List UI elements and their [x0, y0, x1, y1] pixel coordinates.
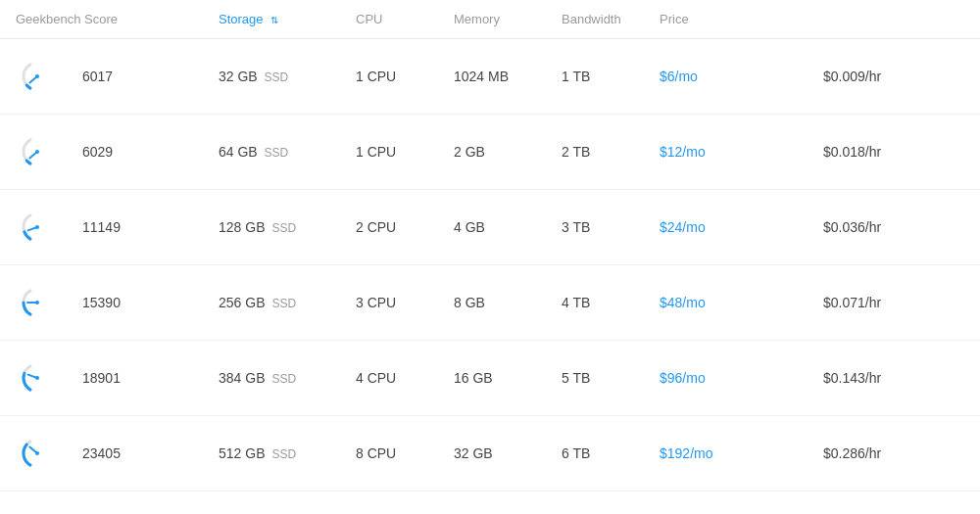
price-hourly-cell: $0.381/hr [808, 491, 980, 515]
bandwidth-cell: 2 TB [546, 115, 644, 190]
score-cell: 6017 [67, 39, 203, 115]
col-header-bandwidth[interactable]: Bandwidth [546, 0, 644, 39]
price-monthly-cell[interactable]: $48/mo [644, 265, 808, 341]
svg-point-5 [35, 225, 39, 229]
bandwidth-cell: 6 TB [546, 416, 644, 491]
svg-point-7 [35, 301, 39, 304]
storage-cell: 32 GB SSD [203, 39, 340, 115]
price-hourly-cell: $0.036/hr [808, 190, 980, 265]
cpu-cell: 1 CPU [340, 115, 438, 190]
table-row: 18901 384 GB SSD 4 CPU 16 GB 5 TB $96/mo… [0, 341, 980, 416]
svg-point-1 [35, 74, 39, 78]
score-cell: 6029 [67, 115, 203, 190]
col-header-price: Price [644, 0, 980, 39]
bandwidth-cell: 5 TB [546, 341, 644, 416]
cpu-cell: 1 CPU [340, 39, 438, 115]
svg-point-9 [35, 376, 39, 380]
gauge-cell [0, 265, 67, 341]
price-monthly-cell[interactable]: $96/mo [644, 341, 808, 416]
score-cell: 23405 [67, 416, 203, 491]
bandwidth-cell: 1 TB [546, 39, 644, 115]
svg-point-3 [35, 150, 39, 154]
cpu-cell: 4 CPU [340, 341, 438, 416]
memory-cell: 16 GB [438, 341, 546, 416]
price-hourly-cell: $0.071/hr [808, 265, 980, 341]
table-row: 15390 256 GB SSD 3 CPU 8 GB 4 TB $48/mo … [0, 265, 980, 341]
col-header-geekbench: Geekbench Score [0, 0, 203, 39]
cpu-cell: 12 CPU [340, 491, 438, 515]
bandwidth-cell: 4 TB [546, 265, 644, 341]
price-hourly-cell: $0.143/hr [808, 341, 980, 416]
sort-icon: ⇅ [270, 15, 278, 25]
price-monthly-cell[interactable]: $256/mo [644, 491, 808, 515]
table-row: 25198 768 GB SSD 12 CPU 48 GB 8 TB $256/… [0, 491, 980, 515]
pricing-table: Geekbench Score Storage ⇅ CPU Memory Ban… [0, 0, 980, 514]
memory-cell: 8 GB [438, 265, 546, 341]
memory-cell: 2 GB [438, 115, 546, 190]
memory-cell: 4 GB [438, 190, 546, 265]
price-monthly-cell[interactable]: $12/mo [644, 115, 808, 190]
bandwidth-cell: 3 TB [546, 190, 644, 265]
storage-cell: 768 GB SSD [203, 491, 340, 515]
table-header-row: Geekbench Score Storage ⇅ CPU Memory Ban… [0, 0, 980, 39]
table-row: 6017 32 GB SSD 1 CPU 1024 MB 1 TB $6/mo … [0, 39, 980, 115]
cpu-cell: 2 CPU [340, 190, 438, 265]
storage-cell: 256 GB SSD [203, 265, 340, 341]
table-row: 23405 512 GB SSD 8 CPU 32 GB 6 TB $192/m… [0, 416, 980, 491]
gauge-cell [0, 190, 67, 265]
memory-cell: 32 GB [438, 416, 546, 491]
svg-point-11 [35, 451, 39, 455]
price-hourly-cell: $0.009/hr [808, 39, 980, 115]
bandwidth-cell: 8 TB [546, 491, 644, 515]
memory-cell: 1024 MB [438, 39, 546, 115]
storage-cell: 64 GB SSD [203, 115, 340, 190]
table-row: 6029 64 GB SSD 1 CPU 2 GB 2 TB $12/mo $0… [0, 115, 980, 190]
col-header-storage[interactable]: Storage ⇅ [203, 0, 340, 39]
gauge-cell [0, 115, 67, 190]
table-row: 11149 128 GB SSD 2 CPU 4 GB 3 TB $24/mo … [0, 190, 980, 265]
cpu-cell: 8 CPU [340, 416, 438, 491]
score-cell: 11149 [67, 190, 203, 265]
cpu-cell: 3 CPU [340, 265, 438, 341]
gauge-cell [0, 491, 67, 515]
storage-cell: 512 GB SSD [203, 416, 340, 491]
col-header-memory[interactable]: Memory [438, 0, 546, 39]
price-monthly-cell[interactable]: $24/mo [644, 190, 808, 265]
gauge-cell [0, 416, 67, 491]
gauge-cell [0, 39, 67, 115]
gauge-cell [0, 341, 67, 416]
score-cell: 15390 [67, 265, 203, 341]
price-hourly-cell: $0.286/hr [808, 416, 980, 491]
score-cell: 18901 [67, 341, 203, 416]
price-monthly-cell[interactable]: $192/mo [644, 416, 808, 491]
memory-cell: 48 GB [438, 491, 546, 515]
col-header-cpu[interactable]: CPU [340, 0, 438, 39]
score-cell: 25198 [67, 491, 203, 515]
price-hourly-cell: $0.018/hr [808, 115, 980, 190]
storage-cell: 128 GB SSD [203, 190, 340, 265]
price-monthly-cell[interactable]: $6/mo [644, 39, 808, 115]
storage-cell: 384 GB SSD [203, 341, 340, 416]
